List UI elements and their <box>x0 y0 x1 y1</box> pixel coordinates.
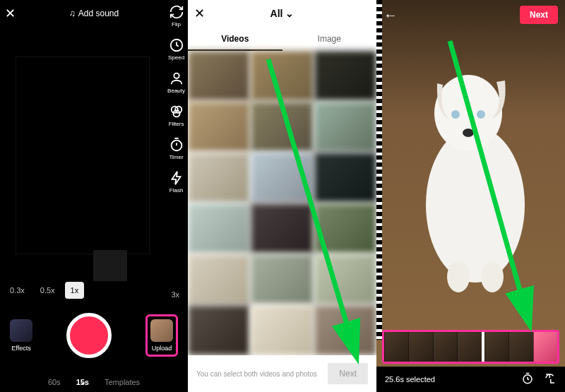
upload-highlight: Upload <box>145 314 178 357</box>
gallery-item[interactable] <box>188 51 250 101</box>
tab-15s[interactable]: 15s <box>76 378 89 386</box>
camera-top-bar: ✕ ♫ Add sound <box>0 6 188 21</box>
filters-label: Filters <box>169 121 184 127</box>
beauty-button[interactable]: Beauty <box>167 71 185 94</box>
tab-videos[interactable]: Videos <box>188 28 282 51</box>
music-note-icon: ♫ <box>69 8 76 18</box>
svg-point-10 <box>477 110 485 119</box>
flip-button[interactable]: Flip <box>169 4 184 28</box>
trim-screen: ← Next 25.6s selected <box>376 0 565 392</box>
speed-button[interactable]: Speed <box>168 37 184 61</box>
speed-icon <box>521 372 534 385</box>
timeline-frame[interactable] <box>384 332 408 362</box>
gallery-title: All <box>270 8 283 19</box>
svg-point-9 <box>451 110 460 119</box>
zoom-3x[interactable]: 3x <box>171 290 179 299</box>
rotate-icon <box>544 372 557 385</box>
selected-duration: 25.6s selected <box>385 375 435 384</box>
film-edge-decoration <box>376 0 382 340</box>
speed-button[interactable] <box>521 372 534 386</box>
svg-point-12 <box>447 261 470 292</box>
flash-button[interactable]: Flash <box>169 170 184 194</box>
viewport-overlay <box>93 250 127 281</box>
gallery-next-button[interactable]: Next <box>328 363 368 384</box>
gallery-item[interactable] <box>314 102 376 152</box>
speed-label: Speed <box>168 54 184 61</box>
timeline-frame[interactable] <box>484 332 509 362</box>
zoom-selector: 0.3x 0.5x 1x <box>4 282 84 299</box>
gallery-item[interactable] <box>314 254 376 304</box>
trim-top-bar: ← Next <box>376 6 565 24</box>
gallery-item[interactable] <box>251 203 313 254</box>
flash-icon <box>169 170 184 186</box>
svg-point-7 <box>426 127 525 283</box>
effects-label: Effects <box>11 345 30 352</box>
timeline-frame[interactable] <box>533 332 557 362</box>
camera-viewport <box>16 57 150 254</box>
gallery-item[interactable] <box>188 203 250 254</box>
svg-point-1 <box>174 73 179 78</box>
beauty-icon <box>169 71 184 86</box>
add-sound-label: Add sound <box>78 8 119 18</box>
timeline-frame[interactable] <box>509 332 533 362</box>
gallery-item[interactable] <box>251 305 313 355</box>
gallery-folder-selector[interactable]: All ⌄ <box>210 8 354 19</box>
close-button[interactable]: ✕ <box>0 6 20 21</box>
svg-point-11 <box>463 129 474 137</box>
duration-tabs: 60s 15s Templates <box>0 378 188 386</box>
tab-image[interactable]: Image <box>282 28 377 51</box>
gallery-item[interactable] <box>251 51 313 101</box>
gallery-item[interactable] <box>314 305 376 355</box>
gallery-screen: ✕ All ⌄ Videos Image You can select both… <box>188 0 376 392</box>
trim-timeline[interactable] <box>382 330 559 364</box>
svg-point-13 <box>481 261 504 292</box>
speed-icon <box>169 37 184 53</box>
camera-bottom-bar: Effects Upload <box>0 313 188 358</box>
gallery-item[interactable] <box>251 153 313 203</box>
add-sound-button[interactable]: ♫ Add sound <box>20 8 168 18</box>
trim-next-button[interactable]: Next <box>520 6 558 24</box>
timeline-frame[interactable] <box>457 332 481 362</box>
gallery-item[interactable] <box>314 51 376 101</box>
record-button[interactable] <box>66 313 112 358</box>
gallery-top-bar: ✕ All ⌄ <box>188 6 376 21</box>
gallery-item[interactable] <box>251 102 313 152</box>
timeline-frame[interactable] <box>433 332 457 362</box>
gallery-item[interactable] <box>314 203 376 254</box>
dog-image <box>398 35 546 304</box>
gallery-item[interactable] <box>188 102 250 152</box>
trim-footer-actions <box>521 372 557 386</box>
filters-button[interactable]: Filters <box>169 104 184 127</box>
timeline-frame[interactable] <box>408 332 432 362</box>
effects-icon <box>10 319 32 342</box>
rotate-button[interactable] <box>544 372 557 386</box>
timer-button[interactable]: Timer <box>169 137 184 160</box>
zoom-0-5x[interactable]: 0.5x <box>35 282 61 299</box>
zoom-0-3x[interactable]: 0.3x <box>4 282 30 299</box>
beauty-label: Beauty <box>167 88 185 94</box>
flip-label: Flip <box>172 21 181 28</box>
gallery-item[interactable] <box>251 254 313 304</box>
back-button[interactable]: ← <box>383 7 398 23</box>
tab-templates[interactable]: Templates <box>105 378 140 386</box>
camera-screen: ✕ ♫ Add sound Flip Speed Beauty Filters … <box>0 0 188 392</box>
zoom-1x[interactable]: 1x <box>65 282 85 299</box>
gallery-grid[interactable] <box>188 51 376 355</box>
timer-icon <box>169 137 184 153</box>
flash-label: Flash <box>170 187 184 194</box>
gallery-tabs: Videos Image <box>188 28 376 51</box>
gallery-item[interactable] <box>314 153 376 203</box>
selection-hint: You can select both videos and photos <box>196 370 317 378</box>
timer-label: Timer <box>169 154 183 160</box>
gallery-item[interactable] <box>188 153 250 203</box>
svg-point-4 <box>173 110 179 117</box>
gallery-item[interactable] <box>188 305 250 355</box>
effects-button[interactable]: Effects <box>10 319 32 352</box>
gallery-close-button[interactable]: ✕ <box>188 6 210 21</box>
upload-label: Upload <box>152 345 172 352</box>
gallery-item[interactable] <box>188 254 250 304</box>
chevron-down-icon: ⌄ <box>285 8 294 19</box>
tab-60s[interactable]: 60s <box>48 378 61 386</box>
upload-button[interactable]: Upload <box>150 319 173 352</box>
upload-icon <box>150 319 173 342</box>
